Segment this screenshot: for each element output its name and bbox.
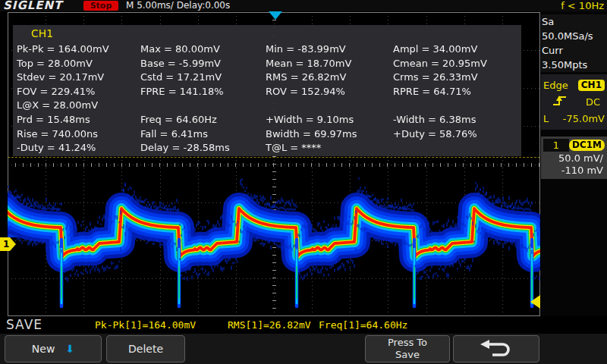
meas-value: Min = -83.99mV <box>266 42 393 57</box>
back-button[interactable] <box>453 335 539 362</box>
sample-rate: Sa 50.0MSa/s <box>542 14 607 43</box>
meas-value: Fall = 6.41ms <box>140 127 266 142</box>
rising-edge-icon <box>552 95 568 109</box>
measurement-channel-label: CH1 <box>31 27 521 41</box>
menu-title: SAVE <box>6 317 42 332</box>
meas-value: Prd = 15.48ms <box>17 113 140 127</box>
meas-value <box>393 141 521 155</box>
new-button[interactable]: New ⬇ <box>5 335 102 362</box>
meas-value: FOV = 229.41% <box>17 85 140 99</box>
delete-button-label: Delete <box>128 343 163 355</box>
measurement-panel: CH1 Pk-Pk = 164.00mV Max = 80.00mV Min =… <box>13 25 521 156</box>
trigger-level-value: -75.0mV <box>563 113 605 124</box>
meas-value: Stdev = 20.17mV <box>17 71 140 85</box>
meas-value <box>140 99 266 113</box>
meas-value: Base = -5.99mV <box>140 57 266 71</box>
meas-value: Crms = 26.33mV <box>393 71 521 85</box>
meas-value: Ampl = 34.00mV <box>393 42 521 57</box>
meas-value: Rise = 740.00ns <box>17 127 140 142</box>
meas-value: +Duty = 58.76% <box>393 127 521 142</box>
meas-value: -Duty = 41.24% <box>17 141 140 155</box>
meas-value: Top = 28.00mV <box>17 57 140 71</box>
measure-gate-line <box>8 157 540 158</box>
meas-value: RMS = 26.82mV <box>266 71 393 85</box>
trigger-position-marker-icon[interactable] <box>269 11 282 20</box>
top-bar: SIGLENT Stop M 5.00ms/ Delay:0.00s f < 1… <box>0 0 607 11</box>
meas-value: T@L = **** <box>266 141 393 155</box>
meas-value: -Width = 6.38ms <box>393 113 521 127</box>
meas-value: Bwidth = 69.97ms <box>266 127 393 142</box>
frequency-counter: f < 10Hz <box>561 0 604 11</box>
timebase-readout[interactable]: M 5.00ms/ Delay:0.00s <box>126 0 230 11</box>
channel1-info-box[interactable]: 1 DC1M 50.0 mV/ -110 mV <box>541 136 607 179</box>
press-to-save-button[interactable]: Press To Save <box>365 335 450 362</box>
meas-value: RPRE = 64.71% <box>393 85 521 99</box>
meas-value: +Width = 9.10ms <box>266 113 393 127</box>
channel-scale: 50.0 mV/ <box>543 152 605 165</box>
channel-coupling-badge: DC1M <box>569 140 605 151</box>
readout-freq: Freq[1]=64.60Hz <box>319 319 407 331</box>
trigger-info-box[interactable]: Edge CH1 DC L -75.0mV <box>541 74 607 130</box>
meas-value: Max = 80.00mV <box>140 42 266 57</box>
acquisition-info: Sa 50.0MSa/s Curr 3.50Mpts <box>541 14 607 72</box>
meas-value <box>266 99 393 113</box>
meas-value: Pk-Pk = 164.00mV <box>17 42 140 57</box>
meas-value: FPRE = 141.18% <box>140 85 266 99</box>
meas-value: Cmean = 20.95mV <box>393 57 521 71</box>
channel-offset: -110 mV <box>543 165 605 177</box>
softkey-menu-bar: New ⬇ Delete Press To Save <box>0 334 607 364</box>
press-to-save-label: Press To Save <box>376 337 439 361</box>
meas-value: Mean = 18.70mV <box>266 57 393 71</box>
readout-pkpk: Pk-Pk[1]=164.00mV <box>95 319 196 331</box>
meas-value: L@X = 28.00mV <box>17 99 140 113</box>
trigger-source-badge: CH1 <box>578 80 605 91</box>
new-button-label: New <box>32 343 55 355</box>
run-state-badge[interactable]: Stop <box>83 1 118 11</box>
siglent-logo: SIGLENT <box>3 0 62 12</box>
return-arrow-icon <box>479 338 514 360</box>
meas-value: ROV = 152.94% <box>266 85 393 99</box>
delete-button[interactable]: Delete <box>106 335 185 362</box>
trigger-mode: Edge <box>543 80 568 91</box>
meas-value: Freq = 64.60Hz <box>140 113 266 127</box>
side-panel: Sa 50.0MSa/s Curr 3.50Mpts Edge CH1 DC L… <box>541 11 607 316</box>
status-row: SAVE Pk-Pk[1]=164.00mV RMS[1]=26.82mV Fr… <box>0 316 607 334</box>
memory-depth: Curr 3.50Mpts <box>542 43 607 72</box>
meas-value: Delay = -28.58ms <box>140 141 266 155</box>
meas-value <box>393 99 521 113</box>
trigger-level-label: L <box>543 113 549 124</box>
measurement-grid: Pk-Pk = 164.00mV Max = 80.00mV Min = -83… <box>13 42 521 155</box>
meas-value: Cstd = 17.21mV <box>140 71 266 85</box>
channel-number: 1 <box>543 139 569 152</box>
down-arrow-icon: ⬇ <box>65 345 74 353</box>
oscilloscope-screen: SIGLENT Stop M 5.00ms/ Delay:0.00s f < 1… <box>0 0 607 364</box>
trigger-coupling: DC <box>586 96 600 108</box>
trigger-level-marker-icon[interactable] <box>530 295 540 309</box>
readout-rms: RMS[1]=26.82mV <box>228 319 311 331</box>
